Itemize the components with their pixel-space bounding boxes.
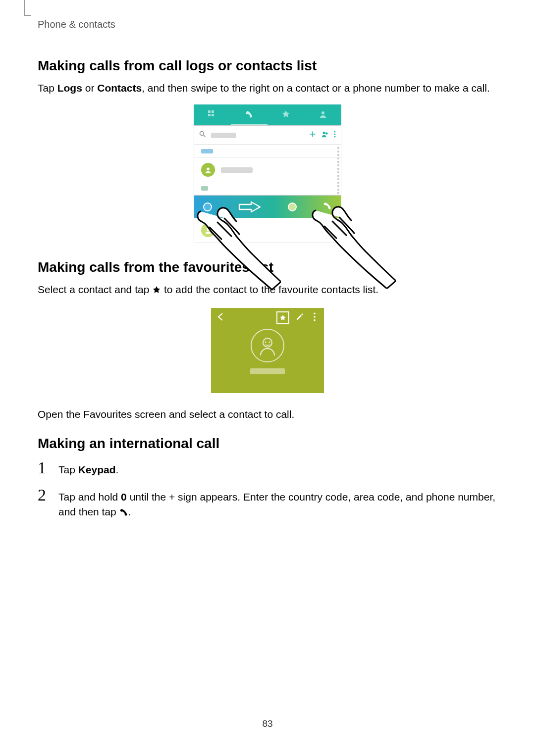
edit-icon[interactable] <box>295 312 304 323</box>
paragraph-call-logs: Tap Logs or Contacts, and then swipe to … <box>38 81 497 96</box>
svg-point-10 <box>334 136 336 138</box>
tab-favourites[interactable] <box>268 104 305 125</box>
page-content: Phone & contacts Making calls from call … <box>0 0 535 521</box>
text: . <box>116 464 119 475</box>
tab-logs[interactable] <box>231 104 268 125</box>
more-icon[interactable] <box>334 131 336 140</box>
list-item[interactable] <box>194 218 341 243</box>
breadcrumb: Phone & contacts <box>38 19 497 30</box>
swipe-dot <box>203 202 212 211</box>
back-icon[interactable] <box>216 312 226 324</box>
step-body: Tap Keypad. <box>58 459 497 477</box>
swipe-dot <box>288 202 297 211</box>
contacts-label: Contacts <box>97 82 142 94</box>
text: Tap and hold <box>58 491 121 503</box>
list-section-header <box>194 145 341 158</box>
person-icon <box>319 110 327 119</box>
svg-rect-0 <box>208 110 211 113</box>
text: . <box>128 506 131 517</box>
text: to add the contact to the favourite cont… <box>161 284 378 295</box>
keypad-icon <box>208 110 216 119</box>
swipe-arrow-icon <box>238 201 262 213</box>
avatar <box>201 163 215 177</box>
heading-international: Making an international call <box>38 436 497 452</box>
svg-point-7 <box>323 132 325 134</box>
paragraph-favourites-1: Select a contact and tap to add the cont… <box>38 282 497 299</box>
text: Tap <box>58 464 78 475</box>
avatar <box>201 223 215 237</box>
step-item: 2 Tap and hold 0 until the + sign appear… <box>38 487 497 521</box>
step-number: 2 <box>38 487 50 504</box>
contact-topbar <box>211 308 324 328</box>
phone-icon <box>119 506 128 521</box>
tab-contacts[interactable] <box>305 104 342 125</box>
add-contact-icon[interactable] <box>321 130 329 140</box>
svg-point-14 <box>314 316 316 318</box>
step-body: Tap and hold 0 until the + sign appears.… <box>58 487 497 521</box>
contacts-list <box>194 145 341 243</box>
contact-avatar-area <box>211 329 324 376</box>
svg-point-9 <box>334 134 336 135</box>
svg-point-12 <box>207 228 210 231</box>
contact-name-blur <box>221 167 253 173</box>
star-icon <box>281 110 290 119</box>
keypad-label: Keypad <box>78 464 116 475</box>
add-icon[interactable] <box>309 131 316 140</box>
phone-tabs <box>194 104 341 125</box>
svg-point-8 <box>334 131 336 133</box>
favourite-toggle[interactable] <box>276 311 289 324</box>
tab-keypad[interactable] <box>194 104 231 125</box>
search-row <box>194 125 341 145</box>
list-item[interactable] <box>194 158 341 182</box>
svg-line-6 <box>204 135 206 137</box>
avatar <box>251 329 284 362</box>
svg-point-5 <box>200 132 204 136</box>
step-item: 1 Tap Keypad. <box>38 459 497 477</box>
svg-point-17 <box>265 341 267 343</box>
az-index[interactable] <box>336 145 341 243</box>
list-section-header <box>194 182 341 195</box>
svg-point-15 <box>314 319 316 321</box>
search-icon <box>199 131 206 140</box>
more-icon[interactable] <box>310 312 319 323</box>
text: Select a contact and tap <box>38 284 152 295</box>
phone-icon <box>323 202 332 212</box>
svg-point-4 <box>321 111 324 114</box>
contact-name-blur <box>250 367 285 376</box>
svg-point-13 <box>314 312 316 314</box>
step-number: 1 <box>38 459 50 476</box>
swipe-call-row[interactable] <box>194 195 341 218</box>
svg-point-18 <box>269 341 270 343</box>
zero-label: 0 <box>121 491 127 503</box>
call-log-icon <box>245 110 254 119</box>
logs-label: Logs <box>57 82 82 94</box>
paragraph-favourites-2: Open the Favourites screen and select a … <box>38 407 497 422</box>
heading-call-logs: Making calls from call logs or contacts … <box>38 58 497 74</box>
heading-favourites: Making calls from the favourites list <box>38 259 497 275</box>
figure-favourite-contact <box>211 308 324 393</box>
svg-rect-3 <box>212 114 214 116</box>
svg-point-16 <box>263 338 272 347</box>
text: Tap <box>38 82 57 94</box>
text: , and then swipe to the right on a conta… <box>142 82 490 94</box>
margin-rule <box>24 0 25 15</box>
svg-rect-1 <box>212 110 214 113</box>
search-placeholder-blur <box>211 133 236 138</box>
margin-tick <box>24 15 31 16</box>
svg-rect-2 <box>208 114 211 116</box>
text: or <box>82 82 97 94</box>
star-icon <box>152 284 161 299</box>
figure-swipe-contacts <box>194 104 341 243</box>
page-number: 83 <box>0 718 535 729</box>
steps-list: 1 Tap Keypad. 2 Tap and hold 0 until the… <box>38 459 497 521</box>
svg-point-11 <box>207 168 210 171</box>
